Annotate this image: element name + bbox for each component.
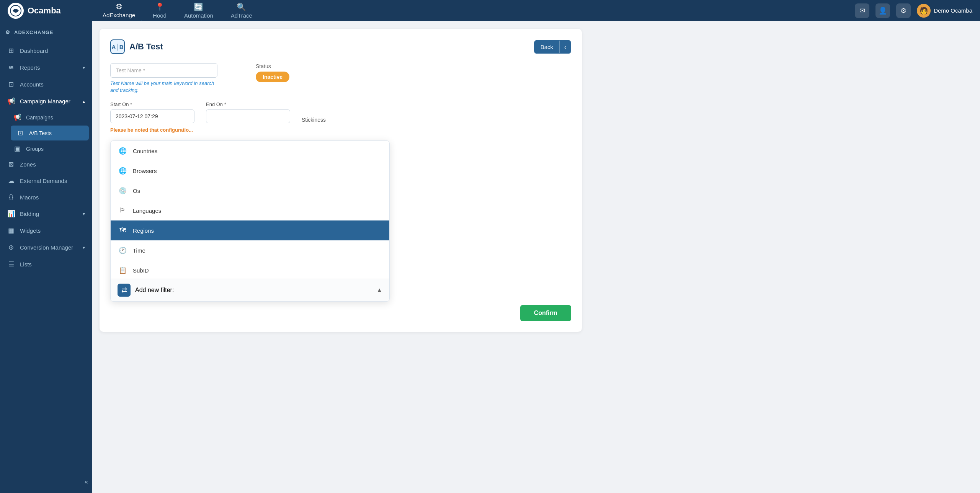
settings-button[interactable]: ⚙ bbox=[896, 3, 911, 18]
confirm-button[interactable]: Confirm bbox=[520, 305, 571, 321]
macros-icon: {} bbox=[7, 193, 15, 201]
sidebar-collapse-button[interactable]: « bbox=[85, 478, 88, 485]
conversion-manager-icon: ⊛ bbox=[7, 243, 15, 251]
reports-icon: ≋ bbox=[7, 64, 15, 72]
dropdown-scroll-area[interactable]: 🌐 Countries 🌐 Browsers 💿 Os bbox=[111, 141, 389, 279]
nav-item-adtrace[interactable]: 🔍 AdTrace bbox=[224, 0, 259, 22]
countries-icon: 🌐 bbox=[118, 146, 127, 156]
sidebar-label-groups: Groups bbox=[26, 146, 44, 152]
sidebar-label-dashboard: Dashboard bbox=[20, 47, 48, 54]
sidebar-item-campaigns[interactable]: 📢 Campaigns bbox=[8, 110, 92, 125]
test-name-input[interactable] bbox=[110, 63, 217, 78]
sidebar-label-zones: Zones bbox=[20, 161, 36, 168]
back-button-arrow-icon: ‹ bbox=[559, 41, 571, 53]
dropdown-label-time: Time bbox=[133, 247, 145, 254]
start-on-input[interactable] bbox=[110, 109, 194, 123]
date-row: Start On * End On * Stickiness bbox=[110, 101, 571, 123]
groups-icon: ▣ bbox=[13, 145, 21, 153]
user-avatar[interactable]: 🧑 Demo Ocamba bbox=[917, 4, 972, 18]
nav-label-adexchange: AdExchange bbox=[103, 12, 135, 18]
back-button[interactable]: Back ‹ bbox=[534, 40, 571, 54]
dropdown-label-regions: Regions bbox=[133, 227, 154, 234]
sidebar-label-campaign-manager: Campaign Manager bbox=[20, 98, 70, 104]
stickiness-field: Stickiness bbox=[302, 116, 326, 123]
add-filter-icon: ⇄ bbox=[118, 284, 131, 297]
sidebar-label-lists: Lists bbox=[20, 261, 32, 268]
start-on-field: Start On * bbox=[110, 101, 194, 123]
sidebar-item-conversion-manager[interactable]: ⊛ Conversion Manager ▾ bbox=[0, 239, 92, 256]
nav-items: ⚙ AdExchange 📍 Hood 🔄 Automation 🔍 AdTra… bbox=[96, 0, 843, 22]
add-filter-section[interactable]: ⇄ Add new filter: bbox=[118, 284, 174, 297]
nav-label-hood: Hood bbox=[153, 12, 167, 19]
card-header: A│B A/B Test Back ‹ bbox=[110, 39, 571, 54]
dropdown-label-languages: Languages bbox=[133, 207, 161, 214]
nav-label-automation: Automation bbox=[184, 12, 213, 19]
dropdown-label-browsers: Browsers bbox=[133, 168, 157, 174]
dropdown-item-subid[interactable]: 📋 SubID bbox=[111, 260, 389, 279]
card-title-row: A│B A/B Test bbox=[110, 39, 163, 54]
dropdown-item-countries[interactable]: 🌐 Countries bbox=[111, 141, 389, 161]
conversion-manager-chevron: ▾ bbox=[83, 245, 85, 250]
nav-label-adtrace: AdTrace bbox=[231, 12, 252, 19]
dropdown-item-browsers[interactable]: 🌐 Browsers bbox=[111, 161, 389, 181]
status-label: Status bbox=[256, 63, 289, 69]
sidebar-item-lists[interactable]: ☰ Lists bbox=[0, 256, 92, 273]
logo-text: Ocamba bbox=[28, 6, 61, 16]
sidebar-item-ab-tests[interactable]: ⊡ A/B Tests bbox=[11, 126, 89, 140]
sidebar-footer: « bbox=[0, 475, 92, 489]
dropdown-footer: ⇄ Add new filter: ▲ bbox=[111, 279, 389, 301]
campaign-manager-submenu: 📢 Campaigns ⊡ A/B Tests ▣ Groups bbox=[0, 110, 92, 156]
end-on-field: End On * bbox=[206, 101, 290, 123]
sidebar-item-widgets[interactable]: ▦ Widgets bbox=[0, 222, 92, 239]
sidebar-item-campaign-manager[interactable]: 📢 Campaign Manager ▴ bbox=[0, 93, 92, 110]
dropdown-item-os[interactable]: 💿 Os bbox=[111, 181, 389, 201]
regions-icon: 🗺 bbox=[118, 225, 127, 235]
sidebar-item-macros[interactable]: {} Macros bbox=[0, 189, 92, 205]
sidebar-app-icon: ⚙ bbox=[5, 29, 10, 35]
nav-item-adexchange[interactable]: ⚙ AdExchange bbox=[96, 0, 142, 22]
sidebar-item-external-demands[interactable]: ☁ External Demands bbox=[0, 173, 92, 189]
sidebar-item-groups[interactable]: ▣ Groups bbox=[8, 141, 92, 156]
browsers-icon: 🌐 bbox=[118, 166, 127, 176]
top-navigation: Ocamba ⚙ AdExchange 📍 Hood 🔄 Automation … bbox=[0, 0, 980, 21]
page-title: A/B Test bbox=[129, 42, 163, 52]
sidebar-app-name: AdExchange bbox=[14, 29, 53, 35]
end-on-label: End On * bbox=[206, 101, 290, 107]
ab-test-icon: A│B bbox=[110, 39, 125, 54]
nav-item-automation[interactable]: 🔄 Automation bbox=[177, 0, 220, 22]
dropdown-collapse-icon[interactable]: ▲ bbox=[376, 287, 382, 294]
nav-item-hood[interactable]: 📍 Hood bbox=[146, 0, 173, 22]
languages-icon: 🏳 bbox=[118, 206, 127, 215]
lists-icon: ☰ bbox=[7, 260, 15, 268]
dropdown-item-regions[interactable]: 🗺 Regions bbox=[111, 220, 389, 240]
dropdown-item-time[interactable]: 🕐 Time bbox=[111, 240, 389, 260]
status-section: Status Inactive bbox=[256, 63, 289, 82]
app-logo[interactable]: Ocamba bbox=[8, 3, 84, 19]
sidebar-item-bidding[interactable]: 📊 Bidding ▾ bbox=[0, 205, 92, 222]
dropdown-label-os: Os bbox=[133, 188, 140, 194]
dashboard-icon: ⊞ bbox=[7, 47, 15, 55]
user-name: Demo Ocamba bbox=[934, 7, 972, 14]
dropdown-label-subid: SubID bbox=[133, 267, 149, 274]
stickiness-label: Stickiness bbox=[302, 117, 326, 127]
sidebar: ⚙ AdExchange ⊞ Dashboard ≋ Reports ▾ ⊡ A… bbox=[0, 21, 92, 493]
time-icon: 🕐 bbox=[118, 245, 127, 255]
automation-icon: 🔄 bbox=[194, 2, 203, 11]
end-on-input[interactable] bbox=[206, 109, 290, 123]
widgets-icon: ▦ bbox=[7, 227, 15, 235]
profile-button[interactable]: 👤 bbox=[875, 3, 890, 18]
back-button-label: Back bbox=[534, 41, 559, 53]
zones-icon: ⊠ bbox=[7, 160, 15, 168]
adexchange-icon: ⚙ bbox=[116, 2, 122, 11]
app-layout: ⚙ AdExchange ⊞ Dashboard ≋ Reports ▾ ⊡ A… bbox=[0, 21, 980, 493]
dropdown-item-languages[interactable]: 🏳 Languages bbox=[111, 201, 389, 220]
sidebar-label-macros: Macros bbox=[20, 194, 39, 201]
start-on-label: Start On * bbox=[110, 101, 194, 107]
ab-test-card: A│B A/B Test Back ‹ Test Name will be yo… bbox=[100, 29, 582, 332]
sidebar-item-dashboard[interactable]: ⊞ Dashboard bbox=[0, 42, 92, 59]
filter-dropdown-menu: 🌐 Countries 🌐 Browsers 💿 Os bbox=[110, 140, 390, 302]
sidebar-item-accounts[interactable]: ⊡ Accounts bbox=[0, 76, 92, 93]
mail-button[interactable]: ✉ bbox=[855, 3, 869, 18]
sidebar-item-zones[interactable]: ⊠ Zones bbox=[0, 156, 92, 173]
sidebar-item-reports[interactable]: ≋ Reports ▾ bbox=[0, 59, 92, 76]
